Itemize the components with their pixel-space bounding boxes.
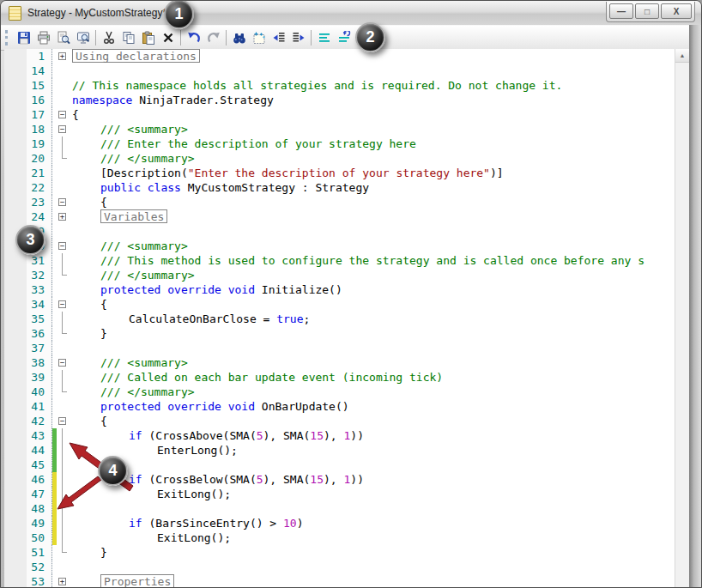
save-button[interactable] <box>14 28 33 47</box>
token-pln: Initialize() <box>255 283 342 296</box>
fold-box[interactable]: − <box>58 417 66 425</box>
toolbar-separator <box>180 30 181 45</box>
window-right-border <box>689 25 701 587</box>
delete-button[interactable] <box>158 28 178 47</box>
title-bar[interactable]: Strategy - MyCustomStrategy* <box>1 1 701 25</box>
code-line-text[interactable]: /// <summary> <box>70 355 188 370</box>
code-line-text[interactable]: [Description("Enter the description of y… <box>70 166 504 180</box>
code-line-text[interactable]: EnterLong(); <box>70 443 238 458</box>
script-file-icon[interactable] <box>9 6 21 21</box>
code-line-text[interactable]: Variables <box>70 209 167 224</box>
code-line-text[interactable] <box>70 341 72 355</box>
collapsed-region-properties[interactable]: Properties <box>100 574 174 587</box>
close-button[interactable]: X <box>661 3 692 19</box>
code-line-text[interactable]: CalculateOnBarClose = true; <box>70 312 310 326</box>
code-line-text[interactable]: if (CrossAbove(SMA(5), SMA(15), 1)) <box>70 428 364 443</box>
code-line-text[interactable]: namespace NinjaTrader.Strategy <box>70 93 274 107</box>
code-lines: 1+Using declarations1415// This namespac… <box>4 49 675 587</box>
code-line-text[interactable]: { <box>70 414 107 428</box>
fold-box[interactable]: − <box>58 125 66 133</box>
code-line-text[interactable]: public class MyCustomStrategy : Strategy <box>70 180 369 195</box>
code-line-text[interactable]: /// <summary> <box>70 239 188 253</box>
code-line-text[interactable] <box>70 64 72 78</box>
code-line-text[interactable]: /// Enter the description of your strate… <box>70 136 416 151</box>
code-line-text[interactable]: protected override void OnBarUpdate() <box>70 399 349 414</box>
code-line-text[interactable]: /// <summary> <box>70 122 188 136</box>
fold-guide-line <box>62 312 63 326</box>
undo-button[interactable] <box>184 28 203 47</box>
line-number: 34 <box>4 297 52 312</box>
code-line-text[interactable]: if (BarsSinceEntry() > 10) <box>70 516 304 530</box>
fold-box[interactable]: + <box>58 52 66 60</box>
outdent-button[interactable] <box>269 28 288 47</box>
code-line: 47ExitLong(); <box>4 487 675 501</box>
code-editor[interactable]: 1+Using declarations1415// This namespac… <box>4 49 689 587</box>
print-button[interactable] <box>33 28 53 47</box>
fold-box[interactable]: + <box>58 213 66 221</box>
token-cmt: /// </summary> <box>100 152 195 165</box>
collapsed-region-using-declarations[interactable]: Using declarations <box>72 49 200 63</box>
code-line: 37 <box>4 341 675 355</box>
code-line: 41protected override void OnBarUpdate() <box>4 399 675 414</box>
print-preview-button[interactable] <box>53 28 73 47</box>
paste-button[interactable] <box>138 28 158 47</box>
fold-box[interactable]: − <box>58 359 66 367</box>
code-line-text[interactable] <box>70 224 72 239</box>
fold-box[interactable]: − <box>58 198 66 206</box>
code-line-text[interactable]: { <box>70 195 107 209</box>
code-line-text[interactable]: ExitLong(); <box>70 530 231 545</box>
code-line-text[interactable]: ExitLong(); <box>70 487 231 501</box>
uncomment-selection-button[interactable] <box>334 28 354 47</box>
collapsed-region-variables[interactable]: Variables <box>100 209 167 223</box>
code-line-text[interactable] <box>70 458 72 472</box>
code-line-text[interactable]: Properties <box>70 574 174 587</box>
code-line-text[interactable]: /// Called on each bar update event (inc… <box>70 370 443 385</box>
code-line-text[interactable]: Using declarations <box>70 49 200 64</box>
redo-button[interactable] <box>203 28 223 47</box>
code-line-text[interactable]: } <box>70 545 107 560</box>
code-wizard-button[interactable] <box>249 28 269 47</box>
toolbar-separator <box>226 30 227 45</box>
undo-icon <box>187 31 201 45</box>
comment-selection-button[interactable] <box>314 28 334 47</box>
token-pln: ; <box>304 312 311 325</box>
minimize-button[interactable]: — <box>609 3 633 19</box>
fold-box[interactable]: − <box>58 300 66 308</box>
code-line-text[interactable]: /// </summary> <box>70 268 195 282</box>
code-line: 15// This namespace holds all strategies… <box>4 78 675 93</box>
copy-button[interactable] <box>118 28 138 47</box>
code-line-text[interactable]: { <box>70 107 79 122</box>
display-preview-button[interactable] <box>73 28 93 47</box>
code-line-text[interactable]: { <box>70 297 107 312</box>
token-pln: { <box>100 298 107 311</box>
code-line-text[interactable]: // This namespace holds all strategies a… <box>70 78 562 93</box>
code-line-text[interactable]: protected override void Initialize() <box>70 282 342 297</box>
line-number: 41 <box>4 399 52 414</box>
code-line-text[interactable]: /// This method is used to configure the… <box>70 253 645 268</box>
fold-guide-line <box>62 253 63 268</box>
code-line-text[interactable]: /// </summary> <box>70 151 195 166</box>
fold-box[interactable]: − <box>58 111 66 118</box>
token-pln: OnBarUpdate() <box>255 400 349 413</box>
code-line-text[interactable]: } <box>70 326 107 341</box>
scroll-up-icon[interactable]: ▲ <box>675 49 689 63</box>
code-line-text[interactable] <box>70 501 72 516</box>
find-button[interactable] <box>229 28 249 47</box>
line-number: 1 <box>4 49 52 64</box>
maximize-button[interactable]: □ <box>635 3 659 19</box>
token-str: "Enter the description of your strategy … <box>188 167 490 179</box>
cut-icon <box>102 31 116 45</box>
token-pln: NinjaTrader.Strategy <box>132 94 273 106</box>
code-line-text[interactable]: /// </summary> <box>70 385 195 399</box>
cut-button[interactable] <box>99 28 118 47</box>
fold-box[interactable]: + <box>58 578 66 585</box>
fold-margin <box>57 166 70 180</box>
indent-button[interactable] <box>288 28 308 47</box>
fold-guide <box>57 458 70 472</box>
code-line-text[interactable] <box>70 560 72 574</box>
vertical-scrollbar[interactable]: ▲ <box>675 49 689 587</box>
toolbar-grip-icon[interactable] <box>5 30 10 45</box>
line-number: 53 <box>4 574 52 587</box>
fold-box[interactable]: − <box>58 242 66 250</box>
fold-collapse-icon: − <box>57 239 70 253</box>
